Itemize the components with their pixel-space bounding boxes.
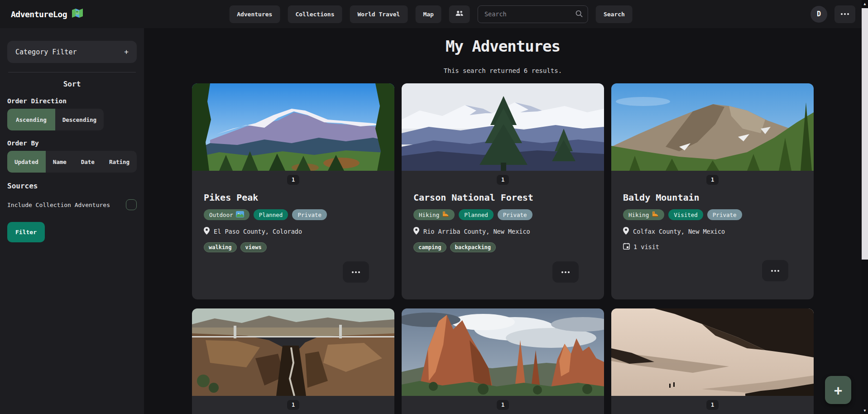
count-row: 1 [611, 171, 814, 187]
navbar-right: D [810, 5, 855, 23]
visibility-badge: Private [292, 209, 327, 220]
nav-map-button[interactable]: Map [415, 5, 441, 23]
status-badge: Planned [459, 209, 494, 220]
adventure-card[interactable]: 1 [611, 308, 814, 414]
sources-heading: Sources [7, 182, 137, 190]
adventure-photo-baldy-mountain [611, 83, 814, 171]
status-badge: Visited [668, 209, 703, 220]
map-emoji-icon [72, 8, 83, 20]
visit-row: 1 visit [623, 243, 802, 251]
count-badge: 1 [287, 175, 299, 185]
card-actions [413, 252, 592, 283]
adventure-card[interactable]: 1 [192, 308, 394, 414]
sidebar-divider [8, 72, 136, 72]
location-text: El Paso County, Colorado [214, 228, 302, 235]
category-badge: Outdoor [204, 209, 249, 220]
user-avatar[interactable]: D [810, 6, 827, 23]
order-direction-group: Ascending Descending [7, 109, 104, 130]
location-text: Colfax County, New Mexico [633, 228, 725, 235]
calendar-icon [623, 243, 630, 251]
adventure-photo-sand-dunes [611, 308, 814, 396]
scroll-down-arrow[interactable]: ▼ [862, 407, 868, 414]
adventure-card[interactable]: 1 Carson National Forest Hiking [402, 83, 604, 299]
ellipsis-icon [841, 13, 849, 15]
location-text: Rio Arriba County, New Mexico [423, 228, 530, 235]
app-logo[interactable]: AdventureLog [11, 8, 83, 20]
nav-world-travel-button[interactable]: World Travel [350, 5, 408, 23]
nav-collections-button[interactable]: Collections [288, 5, 342, 23]
search-field-wrap [478, 5, 588, 23]
adventure-title: Carson National Forest [413, 192, 592, 203]
adventure-photo-pikes-peak [192, 83, 394, 171]
order-direction-label: Order Direction [7, 97, 137, 105]
category-filter-label: Category Filter [15, 48, 77, 56]
adventure-title: Baldy Mountain [623, 192, 802, 203]
order-by-label: Order By [7, 140, 137, 147]
hiking-boot-emoji-icon [442, 211, 449, 218]
order-by-date-button[interactable]: Date [74, 151, 102, 173]
tag: backpacking [450, 242, 496, 252]
location-row: El Paso County, Colorado [204, 227, 383, 236]
visit-count-text: 1 visit [633, 243, 659, 250]
search-input[interactable] [478, 5, 588, 23]
results-summary: This search returned 6 results. [144, 67, 862, 74]
include-collections-label: Include Collection Adventures [7, 202, 110, 208]
expand-plus-icon: + [124, 48, 129, 56]
order-ascending-button[interactable]: Ascending [7, 109, 55, 130]
category-badge: Hiking [623, 209, 664, 220]
search-button[interactable]: Search [596, 5, 633, 23]
filter-button[interactable]: Filter [7, 222, 45, 242]
count-row: 1 [402, 171, 604, 187]
scroll-up-arrow[interactable]: ▲ [862, 0, 868, 7]
count-badge: 1 [706, 400, 719, 410]
adventure-card[interactable]: 1 Baldy Mountain Hiking [611, 83, 814, 299]
badge-row: Hiking Visited Private [623, 209, 802, 220]
include-collections-checkbox[interactable] [126, 199, 137, 210]
badge-row: Hiking Planned Private [413, 209, 592, 220]
ellipsis-icon [561, 271, 570, 273]
category-filter-collapse[interactable]: Category Filter + [7, 41, 137, 63]
location-row: Colfax County, New Mexico [623, 227, 802, 236]
include-collections-row: Include Collection Adventures [7, 199, 137, 210]
order-by-rating-button[interactable]: Rating [102, 151, 137, 173]
adventure-title: Pikes Peak [204, 192, 383, 203]
page-scrollbar[interactable]: ▲ ▼ [862, 0, 868, 414]
users-button[interactable] [449, 5, 470, 23]
app-title: AdventureLog [11, 10, 67, 19]
adventure-card[interactable]: 1 Pikes Peak Outdoor [192, 83, 394, 299]
adventure-card[interactable]: 1 [402, 308, 604, 414]
card-menu-button[interactable] [762, 260, 788, 281]
card-actions [204, 252, 383, 283]
map-pin-icon [623, 227, 629, 236]
card-body: Pikes Peak Outdoor Planned Pri [192, 187, 394, 283]
map-pin-icon [204, 227, 210, 236]
map-pin-icon [413, 227, 419, 236]
page-title: My Adventures [144, 37, 862, 55]
adventures-main: My Adventures This search returned 6 res… [144, 28, 862, 414]
count-badge: 1 [497, 175, 509, 185]
count-row: 1 [192, 171, 394, 187]
tag-row: camping backpacking [413, 242, 592, 252]
order-by-updated-button[interactable]: Updated [7, 151, 46, 173]
scrollbar-thumb[interactable] [862, 8, 868, 260]
card-menu-button[interactable] [343, 261, 369, 283]
count-badge: 1 [706, 175, 719, 185]
filter-sidebar: Category Filter + Sort Order Direction A… [0, 28, 144, 414]
national-park-emoji-icon [236, 211, 244, 219]
navbar-overflow-button[interactable] [834, 5, 855, 23]
nav-adventures-button[interactable]: Adventures [229, 5, 280, 23]
add-adventure-button[interactable]: + [825, 376, 851, 404]
adventure-grid: 1 Pikes Peak Outdoor [144, 83, 862, 414]
order-descending-button[interactable]: Descending [55, 109, 104, 130]
order-by-name-button[interactable]: Name [46, 151, 74, 173]
tag: walking [204, 242, 237, 252]
status-badge: Planned [254, 209, 288, 220]
card-menu-button[interactable] [552, 261, 579, 283]
sort-heading: Sort [7, 80, 137, 88]
count-row: 1 [192, 396, 394, 412]
top-navbar: AdventureLog Adventures Collections Worl… [0, 0, 862, 28]
users-icon [456, 10, 464, 18]
card-body: Baldy Mountain Hiking V [611, 187, 814, 281]
tag: camping [413, 242, 446, 252]
count-row: 1 [611, 396, 814, 412]
